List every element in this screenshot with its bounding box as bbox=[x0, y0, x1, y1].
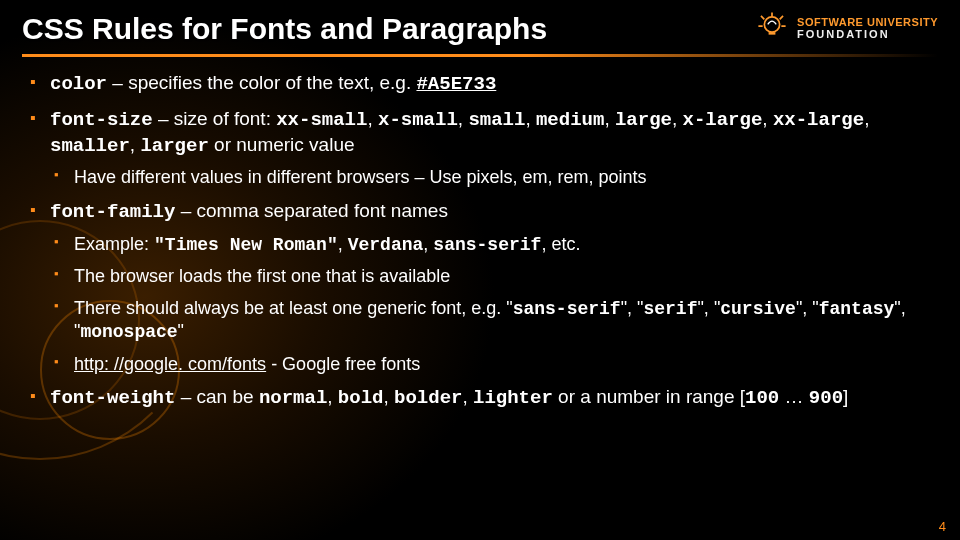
code-color: color bbox=[50, 73, 107, 95]
code-font-weight: font-weight bbox=[50, 387, 175, 409]
brand-text: SOFTWARE UNIVERSITY FOUNDATION bbox=[797, 17, 938, 40]
slide-header: CSS Rules for Fonts and Paragraphs SOFTW… bbox=[0, 0, 960, 52]
title-underline bbox=[22, 54, 938, 57]
sub-font-size-note: Have different values in different brows… bbox=[50, 166, 930, 189]
google-fonts-link[interactable]: http: //google. com/fonts bbox=[74, 354, 266, 374]
sub-ff-generic: There should always be at least one gene… bbox=[50, 297, 930, 344]
slide-title: CSS Rules for Fonts and Paragraphs bbox=[22, 12, 547, 46]
bullet-font-weight: font-weight – can be normal, bold, bolde… bbox=[30, 385, 930, 411]
color-example: #A5E733 bbox=[416, 73, 496, 95]
sub-ff-example: Example: "Times New Roman", Verdana, san… bbox=[50, 233, 930, 257]
bullet-font-size: font-size – size of font: xx-small, x-sm… bbox=[30, 107, 930, 189]
sub-ff-first-available: The browser loads the first one that is … bbox=[50, 265, 930, 288]
bullet-color: color – specifies the color of the text,… bbox=[30, 71, 930, 97]
code-font-size: font-size bbox=[50, 109, 153, 131]
code-font-family: font-family bbox=[50, 201, 175, 223]
brand-logo: SOFTWARE UNIVERSITY FOUNDATION bbox=[755, 10, 938, 48]
bullet-font-family: font-family – comma separated font names… bbox=[30, 199, 930, 375]
lightbulb-icon bbox=[755, 10, 789, 48]
sub-ff-google-fonts: http: //google. com/fonts - Google free … bbox=[50, 353, 930, 376]
brand-text-bottom: FOUNDATION bbox=[797, 29, 938, 41]
svg-point-0 bbox=[764, 17, 779, 32]
slide-content: color – specifies the color of the text,… bbox=[0, 65, 960, 411]
page-number: 4 bbox=[939, 519, 946, 534]
